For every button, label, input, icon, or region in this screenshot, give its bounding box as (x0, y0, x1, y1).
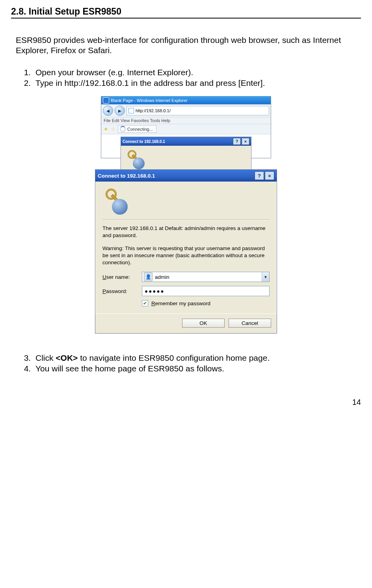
intro-paragraph: ESR9850 provides web-interface for confi… (16, 35, 361, 56)
page-icon (128, 108, 134, 113)
browser-title: Blank Page - Windows Internet Explorer (111, 98, 188, 103)
dialog-titlebar: Connect to 192.168.0.1 ? × (95, 170, 277, 182)
username-label: User name: (102, 274, 142, 280)
step-3: Click <OK> to navigate into ESR9850 conf… (33, 352, 361, 363)
tab-label: Connecting... (127, 127, 153, 132)
steps-list-a: Open your browser (e.g. Internet Explore… (16, 67, 361, 89)
steps-list-b: Click <OK> to navigate into ESR9850 conf… (16, 352, 361, 374)
dialog-message-2: Warning: This server is requesting that … (102, 245, 270, 267)
browser-tab[interactable]: Connecting... (118, 125, 156, 133)
browser-window: Blank Page - Windows Internet Explorer ◄… (101, 96, 271, 158)
forward-button[interactable]: ► (115, 106, 125, 116)
remember-checkbox[interactable]: ✔ (142, 300, 148, 306)
username-dropdown-icon[interactable]: ▼ (262, 272, 269, 282)
dialog-separator (102, 219, 270, 220)
browser-viewport: Connect to 192.168.0.1 ? × (101, 134, 271, 158)
address-text: http://192.168.0.1/ (136, 108, 171, 113)
password-input[interactable]: ●●●●● (142, 286, 270, 296)
username-value: admin (154, 274, 262, 280)
key-lock-icon (102, 189, 128, 215)
password-label: Password: (102, 288, 142, 294)
cancel-button[interactable]: Cancel (229, 319, 271, 328)
close-button[interactable]: × (242, 138, 249, 145)
back-button[interactable]: ◄ (103, 106, 113, 116)
user-icon: 👤 (144, 273, 153, 281)
address-bar[interactable]: http://192.168.0.1/ (126, 106, 269, 115)
browser-titlebar: Blank Page - Windows Internet Explorer (101, 96, 271, 104)
remember-label: Remember my password (151, 300, 210, 306)
page-number: 14 (11, 398, 361, 407)
step-2: Type in http://192.168.0.1 in the addres… (33, 78, 361, 88)
help-button[interactable]: ? (255, 171, 264, 180)
browser-tabs-row: ★ ☆ Connecting... (101, 124, 271, 134)
close-button[interactable]: × (265, 171, 274, 180)
step-4: You will see the home page of ESR9850 as… (33, 363, 361, 374)
dialog-title-text: Connect to 192.168.0.1 (98, 173, 155, 179)
add-favorite-star-icon[interactable]: ☆ (111, 126, 115, 132)
browser-menu[interactable]: File Edit View Favorites Tools Help (101, 117, 271, 124)
dialog-titlebar: Connect to 192.168.0.1 ? × (121, 137, 251, 146)
key-lock-icon (126, 150, 145, 169)
username-input[interactable]: 👤 admin ▼ (142, 272, 270, 282)
ie-logo-icon (103, 97, 109, 104)
help-button[interactable]: ? (233, 138, 241, 145)
ok-button[interactable]: OK (182, 319, 225, 328)
browser-nav-row: ◄ ► http://192.168.0.1/ (101, 104, 271, 117)
step-1: Open your browser (e.g. Internet Explore… (33, 67, 361, 78)
section-heading: 2.8. Initial Setup ESR9850 (11, 6, 361, 19)
dialog-title-text: Connect to 192.168.0.1 (123, 139, 165, 144)
dialog-message-1: The server 192.168.0.1 at Default: admin… (102, 225, 270, 239)
loading-spinner-icon (120, 126, 126, 132)
auth-dialog-large: Connect to 192.168.0.1 ? × The server 19… (95, 169, 277, 334)
favorites-star-icon[interactable]: ★ (104, 126, 108, 132)
